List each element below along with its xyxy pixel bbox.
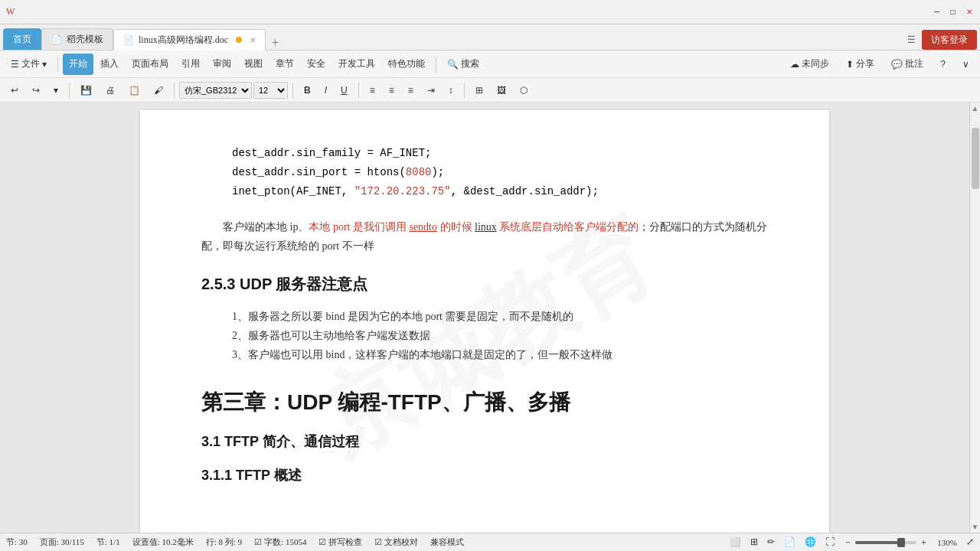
menu-chapter[interactable]: 章节 [270,54,300,75]
image-button[interactable]: 🖼 [491,80,512,100]
scroll-up-button[interactable]: ▲ [970,103,980,112]
toolbar-sep-1 [57,57,58,72]
sync-button[interactable]: ☁ 未同步 [784,54,835,75]
section-31: 3.1 TFTP 简介、通信过程 [201,432,768,451]
edit-icon[interactable]: ✏ [767,536,775,548]
menu-review[interactable]: 审阅 [207,54,237,75]
maximize-button[interactable]: □ [948,7,958,17]
template-icon: 📄 [51,34,62,44]
spell-check-status[interactable]: ☑ 拼写检查 [318,536,362,548]
fmt-sep-4 [358,83,359,98]
file-dropdown-icon: ▾ [42,59,47,70]
close-button[interactable]: ✕ [964,7,974,17]
read-view-icon[interactable]: 📄 [784,536,795,548]
code-block: dest_addr.sin_family = AF_INET; dest_add… [201,141,768,205]
underline-button[interactable]: U [335,80,354,100]
shape-button[interactable]: ⬡ [514,80,534,100]
fmt-sep-2 [174,83,175,98]
hamburger-icon: ☰ [11,59,19,70]
font-family-select[interactable]: 仿宋_GB2312 [179,82,252,99]
align-center-button[interactable]: ≡ [383,80,400,100]
tab-template[interactable]: 📄 稻壳模板 [41,28,113,50]
align-right-button[interactable]: ≡ [402,80,420,100]
search-button[interactable]: 🔍 搜索 [441,54,485,75]
undo-button[interactable]: ↩ [5,80,24,100]
compat-mode-status: 兼容模式 [430,536,464,548]
comment-icon: 💬 [891,59,903,70]
format-dropdown-button[interactable]: ▾ [47,80,64,100]
status-right: ⬜ ⊞ ✏ 📄 🌐 ⛶ － ＋ 130% ⤢ [730,536,974,548]
zoom-expand-icon[interactable]: ⤢ [966,536,974,548]
align-left-button[interactable]: ≡ [364,80,381,100]
indent-button[interactable]: ⇥ [421,80,441,100]
expand-button[interactable]: ∨ [956,54,975,75]
minimize-button[interactable]: ─ [932,7,942,17]
list-item-1: 1、服务器之所以要 bind 是因为它的本地 port 需要是固定，而不是随机的 [232,307,768,326]
text-check-status[interactable]: ☑ 文档校对 [374,536,418,548]
bold-button[interactable]: B [298,80,317,100]
fmt-sep-3 [292,83,293,98]
spell-check-icon: ☑ [318,537,326,547]
menu-insert[interactable]: 插入 [94,54,125,75]
document-page: 京城教育 dest_addr.sin_family = AF_INET; des… [140,110,829,533]
fullscreen-icon[interactable]: ⛶ [825,536,835,548]
menu-features[interactable]: 特色功能 [382,54,431,75]
code-line-2: dest_addr.sin_port = htons(8080); [201,163,768,182]
page-content: dest_addr.sin_family = AF_INET; dest_add… [201,141,768,484]
zoom-handle[interactable] [897,538,905,547]
login-button[interactable]: 访客登录 [922,30,977,50]
doc-icon: 📄 [123,35,134,45]
help-button[interactable]: ? [934,54,952,75]
web-icon[interactable]: 🌐 [805,536,816,548]
zoom-control[interactable]: － ＋ [844,536,928,548]
menu-pagelayout[interactable]: 页面布局 [126,54,175,75]
section-311: 3.1.1 TFTP 概述 [201,466,768,484]
grid-view-icon[interactable]: ⊞ [750,536,758,548]
menu-start[interactable]: 开始 [63,54,93,75]
char-count-status: ☑ 字数: 15054 [254,536,306,548]
paint-format-button[interactable]: 🖌 [148,80,169,100]
zoom-track[interactable] [855,541,916,544]
toolbar-sep-2 [436,57,436,72]
tab-menu-icon[interactable]: ☰ [907,34,916,46]
copy-button[interactable]: 📋 [122,80,146,100]
main-toolbar: ☰ 文件 ▾ 开始 插入 页面布局 引用 审阅 视图 章节 安全 开发工具 特色… [0,51,980,78]
main-menu-group: 开始 插入 页面布局 引用 审阅 视图 章节 安全 开发工具 特色功能 [63,54,431,75]
tab-unsaved-dot [236,37,242,43]
section-253: 2.5.3 UDP 服务器注意点 1、服务器之所以要 bind 是因为它的本地 … [201,274,768,365]
line-spacing-button[interactable]: ↕ [443,80,459,100]
home-tab-label: 首页 [13,33,31,46]
document-scroll-area[interactable]: 京城教育 dest_addr.sin_family = AF_INET; des… [0,103,969,533]
sync-icon: ☁ [790,59,799,70]
page-size-status: 设置值: 10.2毫米 [132,536,194,548]
scrollbar-thumb[interactable] [972,128,979,189]
menu-security[interactable]: 安全 [301,54,332,75]
fmt-sep-1 [69,83,70,98]
zoom-out-button[interactable]: － [844,536,852,548]
vertical-scrollbar[interactable]: ▲ ▼ [969,103,980,533]
comment-button[interactable]: 💬 批注 [885,54,929,75]
expand-status-icon[interactable]: ⬜ [730,536,741,548]
file-menu-button[interactable]: ☰ 文件 ▾ [5,54,53,75]
zoom-in-button[interactable]: ＋ [920,536,928,548]
save-toolbar-button[interactable]: 💾 [74,80,98,100]
tab-doc[interactable]: 📄 linux高级网络编程.doc ✕ [113,29,266,51]
scroll-down-button[interactable]: ▼ [970,523,980,533]
menu-reference[interactable]: 引用 [175,54,206,75]
font-size-select[interactable]: 12 [253,82,288,99]
tab-home[interactable]: 首页 [3,28,41,50]
share-icon: ⬆ [846,59,854,70]
menu-devtools[interactable]: 开发工具 [332,54,381,75]
print-button[interactable]: 🖨 [100,80,121,100]
menu-view[interactable]: 视图 [238,54,269,75]
table-button[interactable]: ⊞ [469,80,489,100]
new-tab-button[interactable]: + [266,36,285,50]
chapter-3: 第三章：UDP 编程-TFTP、广播、多播 [201,388,768,417]
italic-button[interactable]: I [318,80,333,100]
chevron-down-icon: ∨ [962,59,969,70]
tab-close-icon[interactable]: ✕ [250,36,256,44]
share-button[interactable]: ⬆ 分享 [840,54,880,75]
fmt-sep-5 [464,83,465,98]
redo-button[interactable]: ↪ [26,80,46,100]
zoom-level-label[interactable]: 130% [937,538,957,547]
